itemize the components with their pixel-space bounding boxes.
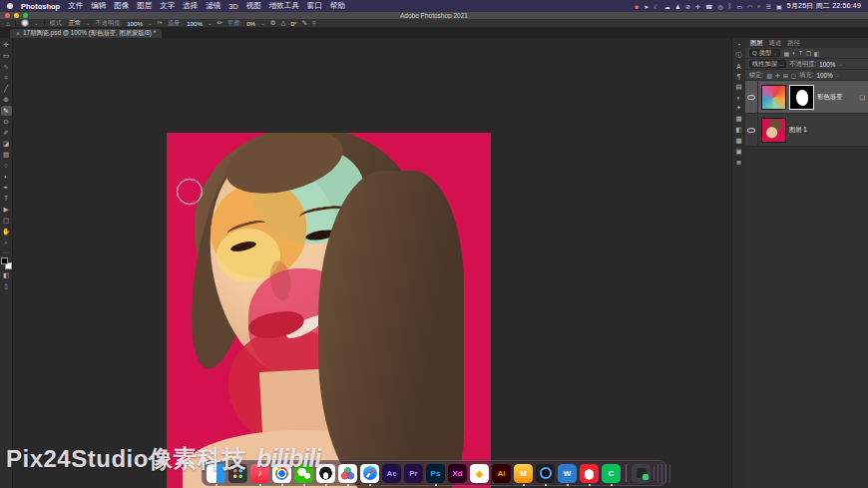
swatches-panel-icon[interactable]: ▦ [735,115,741,123]
safari-icon[interactable] [360,464,379,483]
hand-tool[interactable]: ✋ [1,227,12,237]
c-app-icon[interactable]: C [602,464,621,483]
illustrator-icon[interactable]: Ai [492,464,511,483]
edit-toolbar-icon[interactable]: ⋯ [3,248,9,255]
libraries-panel-icon[interactable]: ▤ [735,83,741,91]
filter-smart-icon[interactable]: ◧ [814,50,820,57]
menu-help[interactable]: 帮助 [330,1,345,11]
smoothing-chevron[interactable]: ⌄ [260,20,265,26]
mode-value[interactable]: 正常 [69,19,81,28]
tab-layers[interactable]: 图层 [750,39,763,48]
premiere-icon[interactable]: Pr [404,464,423,483]
blocker-icon[interactable]: ⊘ [685,3,690,10]
type-tool[interactable]: T [1,194,12,204]
blend-mode-select[interactable]: 线性加深 ⌄ [749,60,786,68]
layer-name[interactable]: 彩色渐变 [817,93,857,102]
airbrush-icon[interactable]: ✏ [217,19,222,27]
menu-file[interactable]: 文件 [68,1,83,11]
close-tab-icon[interactable]: × [16,30,20,37]
wifi-icon[interactable]: ◠ [747,3,752,10]
menu-type[interactable]: 文字 [160,1,175,11]
path-selection-tool[interactable]: ▶ [1,205,12,215]
character-panel-icon[interactable]: A [736,63,740,70]
menu-layer[interactable]: 图层 [137,1,152,11]
opacity-value[interactable]: 100% [127,20,143,27]
smoothing-value[interactable]: 0% [246,20,255,27]
gradients-panel-icon[interactable]: ▩ [735,137,741,145]
target-icon[interactable]: ◎ [718,3,723,10]
assistant-icon[interactable]: ♟ [675,3,680,10]
apple-menu-icon[interactable] [7,3,13,9]
close-window-button[interactable] [5,13,10,18]
symmetry-icon[interactable]: ⌗ [312,19,316,27]
menu-filter[interactable]: 滤镜 [206,1,220,11]
layer-opacity-value[interactable]: 100% [819,61,835,68]
sketch-icon[interactable]: ◆ [470,464,489,483]
layer-filter-type[interactable]: Q 类型 ⌄ [749,49,780,57]
filter-group-icon[interactable]: ❐ [805,50,810,57]
flow-value[interactable]: 100% [187,20,203,27]
menu-image[interactable]: 图像 [114,1,129,11]
layer-thumbnail[interactable] [761,118,786,143]
spot-healing-tool[interactable]: ⊕ [1,95,12,105]
canvas-image[interactable] [167,133,491,488]
cloud-icon[interactable]: ☁ [664,3,670,10]
layer-row-photo[interactable]: 图层 1 [745,114,868,147]
tab-channels[interactable]: 通道 [769,39,782,48]
after-effects-icon[interactable]: Ae [382,464,401,483]
shape-tool[interactable]: ▢ [1,216,12,226]
menu-clock[interactable]: 5月25日 周二 22:56:49 [787,1,861,11]
trash-icon[interactable] [653,464,672,483]
menu-3d[interactable]: 3D [228,2,238,11]
eyedropper-tool[interactable]: ╱ [1,84,12,94]
eye-icon[interactable] [747,128,755,133]
eraser-tool[interactable]: ◪ [1,139,12,149]
zoom-tool[interactable]: ⌕ [1,238,12,247]
brush-preset-chevron[interactable]: ⌄ [34,20,39,26]
eye-icon[interactable] [747,95,755,100]
dodge-tool[interactable]: ◐ [1,172,12,182]
phone-icon[interactable]: ☎ [705,3,712,10]
properties-panel-icon[interactable]: ≣ [736,159,741,167]
flow-chevron[interactable]: ⌄ [208,20,213,26]
downloads-folder-icon[interactable] [632,464,651,483]
foreground-color-swatch[interactable] [1,257,8,264]
paragraph-panel-icon[interactable]: ¶ [737,73,741,80]
layer-name[interactable]: 图层 1 [789,126,868,135]
qq-red-icon[interactable] [580,464,599,483]
menu-window[interactable]: 窗口 [307,1,322,11]
minimize-window-button[interactable] [14,13,19,18]
marquee-tool[interactable]: ▭ [1,51,12,61]
battery-icon[interactable]: ▭ [736,3,742,10]
blur-tool[interactable]: ○ [1,161,12,171]
history-brush-tool[interactable]: ✐ [1,128,12,138]
xd-icon[interactable]: Xd [448,464,467,483]
search-icon[interactable]: ⌕ [757,3,760,10]
angle-value[interactable]: 0° [291,20,297,27]
zoom-window-button[interactable] [23,13,28,18]
styles-panel-icon[interactable]: ✦ [736,104,741,112]
brush-preset-icon[interactable] [21,19,29,27]
mode-chevron[interactable]: ⌄ [86,20,91,26]
history-panel-icon[interactable]: ◔ [737,41,741,48]
menu-app-name[interactable]: Photoshop [21,2,60,11]
pen-tool[interactable]: ✒ [1,183,12,193]
brush-tool[interactable]: ✎ [1,106,12,116]
lock-transparent-icon[interactable]: ▨ [766,72,772,79]
send-icon[interactable]: ➤ [644,3,649,10]
filter-type-layer-icon[interactable]: T [799,50,803,56]
layer-mask-thumbnail[interactable] [789,85,814,110]
tab-paths[interactable]: 路径 [787,39,800,48]
filter-pixel-icon[interactable]: ▦ [783,50,789,57]
fill-chevron[interactable]: ⌄ [836,72,840,78]
moon-icon[interactable]: ☾ [653,3,658,10]
visibility-cell[interactable] [745,81,758,113]
visibility-cell[interactable] [745,114,758,146]
menu-view[interactable]: 视图 [246,1,261,11]
color-swatches[interactable] [1,257,12,269]
gradient-tool[interactable]: ▨ [1,150,12,160]
info-panel-icon[interactable]: ⓘ [735,51,742,60]
clone-stamp-tool[interactable]: ⊙ [1,117,12,127]
fill-value[interactable]: 100% [816,72,832,79]
move-tool[interactable]: ✛ [1,40,12,50]
